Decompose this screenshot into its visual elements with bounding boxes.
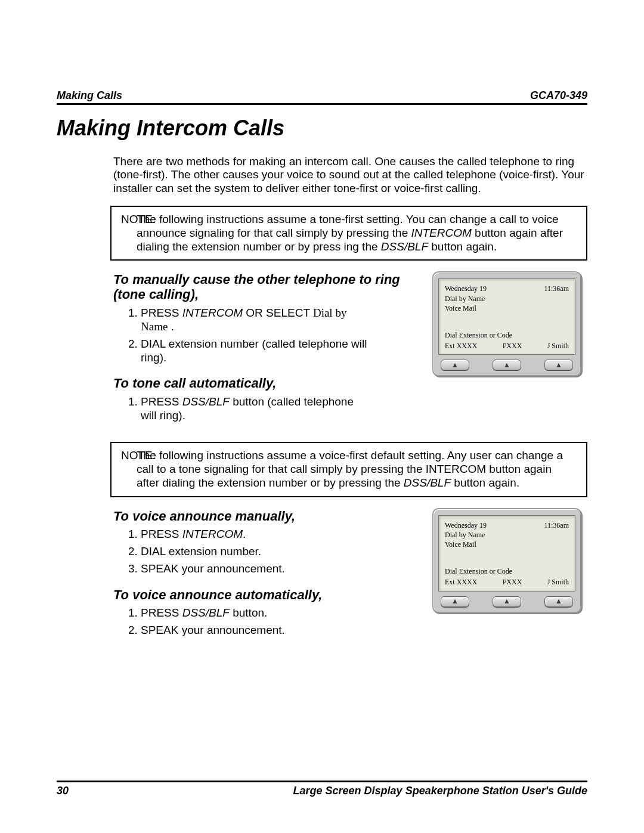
note-box-1: NOTE: The following instructions assume …	[110, 206, 587, 261]
section-tone-manual-row: To manually cause the other telephone to…	[57, 261, 587, 433]
step: PRESS DSS/BLF button.	[141, 606, 426, 620]
step: PRESS INTERCOM OR SELECT Dial by Name .	[141, 306, 367, 333]
running-footer: 30 Large Screen Display Speakerphone Sta…	[57, 781, 587, 797]
steps-voice-manual: PRESS INTERCOM. DIAL extension number. S…	[126, 527, 426, 576]
phone-lcd: Wednesday 19 11:36am Dial by Name Voice …	[438, 278, 575, 355]
note1-text-c: button again.	[428, 240, 497, 253]
note1-dssblf-term: DSS/BLF	[381, 240, 428, 253]
step: DIAL extension number (called telephone …	[141, 337, 367, 364]
phone-device: Wednesday 19 11:36am Dial by Name Voice …	[432, 271, 581, 376]
lcd-prompt: Dial Extension or Code	[445, 566, 569, 576]
lcd-soft3: J Smith	[547, 341, 569, 351]
softkey-row: ▲ ▲ ▲	[438, 360, 575, 370]
steps-voice-auto: PRESS DSS/BLF button. SPEAK your announc…	[126, 606, 426, 637]
lcd-soft1: Ext XXXX	[445, 341, 477, 351]
phone-lcd: Wednesday 19 11:36am Dial by Name Voice …	[438, 515, 575, 592]
softkey-row: ▲ ▲ ▲	[438, 596, 575, 607]
page-title: Making Intercom Calls	[57, 116, 587, 141]
header-left: Making Calls	[57, 89, 122, 102]
lcd-time: 11:36am	[544, 284, 569, 293]
header-right: GCA70-349	[530, 89, 587, 102]
section-tone-manual: To manually cause the other telephone to…	[57, 261, 426, 433]
note-box-2: NOTE: The following instructions assume …	[110, 442, 587, 497]
softkey-button: ▲	[493, 596, 521, 607]
step: DIAL extension number.	[141, 544, 426, 558]
lcd-line2: Voice Mail	[445, 304, 569, 313]
step1b: .	[243, 528, 246, 540]
heading-tone-auto: To tone call automatically,	[113, 376, 426, 391]
step1d: .	[168, 320, 174, 333]
step: SPEAK your announcement.	[141, 562, 426, 575]
step1a: PRESS	[141, 528, 182, 540]
step1-dssblf-term: DSS/BLF	[182, 606, 230, 619]
softkey-button: ▲	[544, 596, 573, 607]
step1b: button.	[230, 606, 267, 619]
step1-intercom-term: INTERCOM	[182, 306, 243, 319]
lcd-soft1: Ext XXXX	[445, 577, 477, 587]
softkey-button: ▲	[493, 360, 521, 370]
running-header: Making Calls GCA70-349	[57, 89, 587, 105]
page-number: 30	[57, 785, 69, 797]
lcd-line1: Dial by Name	[445, 294, 569, 304]
step1-dssblf-term: DSS/BLF	[182, 395, 230, 408]
lcd-prompt: Dial Extension or Code	[445, 330, 569, 340]
step1b: OR SELECT	[243, 306, 313, 319]
step1a: PRESS	[141, 395, 182, 408]
step: PRESS INTERCOM.	[141, 527, 426, 541]
footer-title: Large Screen Display Speakerphone Statio…	[293, 785, 587, 797]
step1a: PRESS	[141, 606, 182, 619]
section-voice-row: To voice announce manually, PRESS INTERC…	[57, 497, 587, 649]
heading-voice-auto: To voice announce automatically,	[113, 588, 426, 603]
lcd-soft3: J Smith	[547, 577, 569, 587]
steps-tone-manual: PRESS INTERCOM OR SELECT Dial by Name . …	[126, 306, 426, 365]
heading-tone-manual: To manually cause the other telephone to…	[113, 272, 426, 302]
heading-voice-manual: To voice announce manually,	[113, 509, 426, 524]
step: SPEAK your announcement.	[141, 623, 426, 637]
section-voice: To voice announce manually, PRESS INTERC…	[57, 497, 426, 649]
phone-device: Wednesday 19 11:36am Dial by Name Voice …	[432, 508, 581, 613]
lcd-line1: Dial by Name	[445, 530, 569, 540]
intro-paragraph: There are two methods for making an inte…	[113, 155, 587, 195]
note-body: The following instructions assume a voic…	[137, 449, 577, 490]
phone-figure-1: Wednesday 19 11:36am Dial by Name Voice …	[432, 271, 587, 376]
step: PRESS DSS/BLF button (called telephone w…	[141, 395, 367, 422]
lcd-soft2: PXXX	[503, 577, 522, 587]
phone-figure-2: Wednesday 19 11:36am Dial by Name Voice …	[432, 508, 587, 613]
lcd-date: Wednesday 19	[445, 284, 487, 293]
note2-text-b: button again.	[451, 476, 519, 489]
note1-intercom-term: INTERCOM	[411, 227, 471, 239]
lcd-line2: Voice Mail	[445, 540, 569, 549]
note2-dssblf-term: DSS/BLF	[404, 476, 451, 489]
document-page: Making Calls GCA70-349 Making Intercom C…	[0, 0, 644, 833]
softkey-button: ▲	[544, 360, 573, 370]
lcd-date: Wednesday 19	[445, 521, 487, 530]
step1-intercom-term: INTERCOM	[182, 528, 243, 540]
softkey-button: ▲	[441, 360, 469, 370]
lcd-soft2: PXXX	[503, 341, 522, 351]
lcd-time: 11:36am	[544, 521, 569, 530]
note-body: The following instructions assume a tone…	[137, 213, 577, 253]
steps-tone-auto: PRESS DSS/BLF button (called telephone w…	[126, 395, 426, 422]
softkey-button: ▲	[441, 596, 469, 607]
step1a: PRESS	[141, 306, 182, 319]
